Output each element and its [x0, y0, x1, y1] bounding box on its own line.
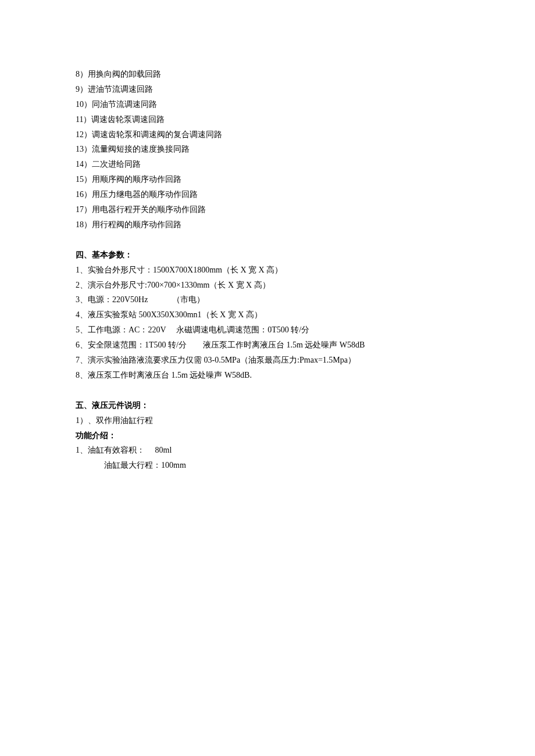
param-item: 3、电源：220V50Hz （市电） — [76, 292, 459, 307]
param-item: 6、安全限速范围：1T500 转/分 液压泵工作时离液压台 1.5m 远处噪声 … — [76, 338, 459, 353]
param-item: 8、液压泵工作时离液压台 1.5m 远处噪声 W58dB. — [76, 368, 459, 383]
list-item: 9）进油节流调速回路 — [76, 82, 459, 97]
list-item: 17）用电器行程开关的顺序动作回路 — [76, 202, 459, 217]
list-item: 14）二次进给同路 — [76, 157, 459, 172]
param-item: 2、演示台外形尺寸:700×700×1330mm（长 X 宽 X 高） — [76, 278, 459, 293]
section-5-line: 1）、双作用油缸行程 — [76, 413, 459, 428]
param-item: 5、工作电源：AC：220V 永磁调速电机,调速范围：0T500 转/分 — [76, 323, 459, 338]
section-5-heading: 五、液压元件说明： — [76, 398, 459, 413]
list-item: 18）用行程阀的顺序动作回路 — [76, 217, 459, 232]
list-item: 15）用顺序阀的顺序动作回路 — [76, 172, 459, 187]
section-4-body: 1、实验台外形尺寸：1500X700X1800mm（长 X 宽 X 高） 2、演… — [76, 263, 459, 383]
section-5-line: 油缸最大行程：100mm — [76, 458, 459, 473]
list-item: 13）流量阀短接的速度换接同路 — [76, 142, 459, 157]
document-page: 8）用换向阀的卸载回路 9）进油节流调速回路 10）同油节流调速同路 11）调速… — [0, 0, 535, 756]
param-item: 7、演示实验油路液流要求压力仅需 03-0.5MPa（油泵最高压力:Pmax=1… — [76, 353, 459, 368]
numbered-list-block: 8）用换向阀的卸载回路 9）进油节流调速回路 10）同油节流调速同路 11）调速… — [76, 67, 459, 232]
list-item: 8）用换向阀的卸载回路 — [76, 67, 459, 82]
section-5-line: 1、油缸有效容积： 80ml — [76, 443, 459, 458]
section-5-subheading: 功能介绍： — [76, 428, 459, 443]
section-5-body: 1）、双作用油缸行程 功能介绍： 1、油缸有效容积： 80ml 油缸最大行程：1… — [76, 413, 459, 474]
list-item: 11）调速齿轮泵调速回路 — [76, 112, 459, 127]
section-4-heading: 四、基本参数： — [76, 248, 459, 263]
list-item: 16）用压力继电器的顺序动作回路 — [76, 187, 459, 202]
list-item: 12）调速齿轮泵和调速阀的复合调速同路 — [76, 127, 459, 142]
param-item: 1、实验台外形尺寸：1500X700X1800mm（长 X 宽 X 高） — [76, 263, 459, 278]
list-item: 10）同油节流调速同路 — [76, 97, 459, 112]
param-item: 4、液压实验泵站 500X350X300mn1（长 X 宽 X 高） — [76, 307, 459, 323]
